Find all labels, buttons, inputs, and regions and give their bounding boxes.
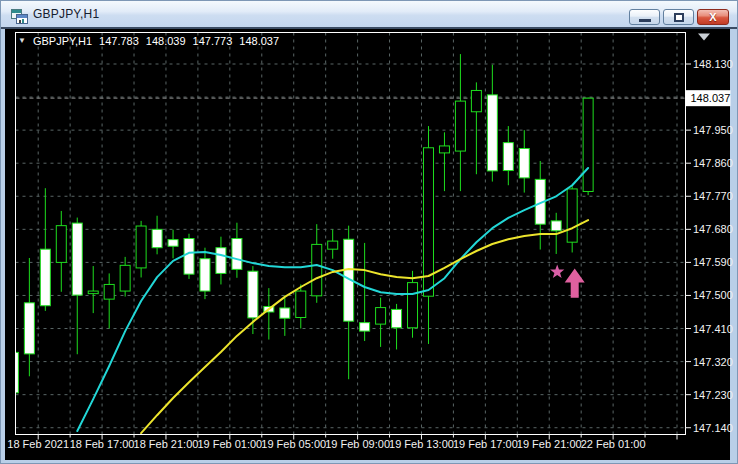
svg-text:19 Feb 13:00: 19 Feb 13:00: [389, 438, 454, 450]
title-bar[interactable]: GBPJPY,H1 X: [1, 1, 737, 27]
svg-text:147.590: 147.590: [693, 256, 733, 268]
quote-close: 148.037: [239, 35, 279, 47]
chart-canvas[interactable]: 148.130147.950147.860147.770147.680147.5…: [1, 1, 738, 464]
candle-bear: [519, 149, 529, 178]
candle-bull: [312, 244, 322, 295]
grid: [16, 33, 686, 435]
candle-bear: [200, 259, 210, 291]
svg-text:147.500: 147.500: [693, 289, 733, 301]
svg-text:19 Feb 05:00: 19 Feb 05:00: [261, 438, 326, 450]
svg-text:147.140: 147.140: [693, 422, 733, 434]
ma-cyan-line: [77, 168, 588, 431]
price-axis: 148.130147.950147.860147.770147.680147.5…: [685, 58, 733, 434]
svg-text:18 Feb 21:00: 18 Feb 21:00: [134, 438, 199, 450]
arrow-up-annotation: [565, 269, 585, 298]
svg-text:148.130: 148.130: [693, 58, 733, 70]
svg-text:148.037: 148.037: [691, 92, 731, 104]
minimize-icon: [639, 19, 651, 22]
chart-window: 148.130147.950147.860147.770147.680147.5…: [0, 0, 738, 464]
candle-bear: [503, 143, 513, 171]
candle-bear: [168, 240, 178, 247]
quote-symbol: GBPJPY,H1: [33, 35, 92, 47]
candle-bear: [8, 352, 18, 392]
svg-text:19 Feb 09:00: 19 Feb 09:00: [325, 438, 390, 450]
svg-text:147.770: 147.770: [693, 190, 733, 202]
svg-text:147.860: 147.860: [693, 157, 733, 169]
candle-bull: [583, 98, 593, 191]
candles: [8, 54, 593, 396]
svg-text:147.680: 147.680: [693, 223, 733, 235]
quote-low: 147.773: [193, 35, 233, 47]
quote-line: ▼ GBPJPY,H1 147.783 148.039 147.773 148.…: [18, 34, 279, 47]
candle-bear: [24, 303, 34, 354]
candle-bear: [248, 271, 258, 318]
candle-bull: [455, 101, 465, 151]
svg-text:147.410: 147.410: [693, 323, 733, 335]
quote-high: 148.039: [146, 35, 186, 47]
candle-bull: [376, 308, 386, 325]
candle-bear: [184, 239, 194, 275]
svg-text:18 Feb 17:00: 18 Feb 17:00: [70, 438, 135, 450]
svg-text:19 Feb 21:00: 19 Feb 21:00: [517, 438, 582, 450]
chart-window-icon[interactable]: [11, 9, 28, 24]
candle-bear: [216, 248, 226, 274]
candle-bull: [328, 241, 338, 249]
candle-bear: [392, 309, 402, 327]
chart-icon-front: [16, 14, 28, 24]
svg-text:18 Feb 2021: 18 Feb 2021: [7, 438, 69, 450]
svg-text:147.320: 147.320: [693, 356, 733, 368]
candle-bear: [40, 249, 50, 306]
candle-bull: [408, 283, 418, 328]
candle-bull: [439, 146, 449, 153]
restore-icon: [674, 13, 684, 22]
candle-bull: [56, 226, 66, 263]
chevron-down-icon: ▼: [18, 35, 26, 46]
svg-text:147.230: 147.230: [693, 389, 733, 401]
plot-area: [8, 33, 685, 435]
shift-marker-icon[interactable]: [698, 34, 710, 41]
candle-bull: [567, 189, 577, 242]
plot-border: [16, 33, 686, 435]
candle-bear: [232, 239, 242, 270]
time-axis: 18 Feb 202118 Feb 17:0018 Feb 21:0019 Fe…: [7, 435, 677, 451]
star-annotation: [550, 264, 564, 278]
titlebar-separator: [1, 27, 737, 29]
candle-bear: [551, 221, 561, 231]
candle-bear: [360, 323, 370, 331]
candle-bear: [72, 223, 82, 295]
candle-bear: [487, 95, 497, 171]
candle-bull: [88, 291, 98, 294]
close-icon: X: [698, 10, 728, 24]
current-price-tag: 148.037: [686, 90, 731, 106]
window-title: GBPJPY,H1: [33, 7, 99, 21]
svg-text:147.950: 147.950: [693, 124, 733, 136]
candle-bull: [120, 265, 130, 291]
svg-text:19 Feb 17:00: 19 Feb 17:00: [453, 438, 518, 450]
svg-text:19 Feb 01:00: 19 Feb 01:00: [197, 438, 262, 450]
candle-bear: [280, 308, 290, 318]
candle-bear: [152, 229, 162, 247]
candle-bull: [136, 226, 146, 268]
candle-bull: [471, 90, 481, 111]
svg-text:22 Feb 01:00: 22 Feb 01:00: [581, 438, 646, 450]
minimize-button[interactable]: [629, 9, 660, 25]
close-button[interactable]: X: [697, 9, 729, 25]
maximize-button[interactable]: [663, 9, 694, 25]
quote-open: 147.783: [99, 35, 139, 47]
candle-bull: [296, 291, 306, 317]
candle-bull: [104, 284, 114, 299]
